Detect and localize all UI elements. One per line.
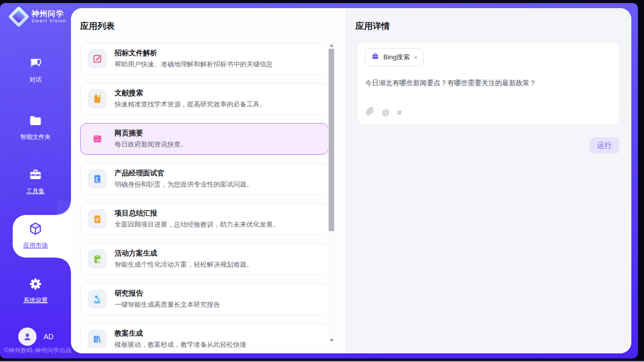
interviewer-icon <box>88 169 107 189</box>
person-icon <box>22 331 33 342</box>
app-list-title: 应用列表 <box>80 20 115 32</box>
brand-logo-icon <box>10 8 27 25</box>
app-card-bid-parse[interactable]: 招标文件解析 帮助用户快速、准确地理解和解析招标书中的关键信息 <box>80 43 329 75</box>
app-description: 全面回顾项目进展，总结经验教训，助力未来优化发展。 <box>115 220 279 229</box>
brand-logo: 神州问学 Smart Vision <box>10 8 66 25</box>
toolbox-icon <box>28 168 43 184</box>
app-card-web-summary[interactable]: </> 网页摘要 每日政府新闻资讯快查。 <box>80 123 329 155</box>
chat-icon <box>28 56 43 73</box>
app-card-list: 招标文件解析 帮助用户快速、准确地理解和解析招标书中的关键信息 文献搜索 快速精… <box>80 43 329 348</box>
app-title: 网页摘要 <box>115 129 187 138</box>
project-summary-icon <box>88 209 107 229</box>
query-text[interactable]: 今日湖北有哪些新闻要点？有哪些需要关注的最新政策？ <box>365 79 612 88</box>
web-summary-icon: </> <box>88 129 107 149</box>
folder-icon <box>28 114 43 130</box>
active-nav-curve-bottom <box>57 258 71 272</box>
app-description: 智能生成个性化活动方案，轻松解决规划难题。 <box>115 260 253 269</box>
sidebar-item-label: 对话 <box>29 76 42 84</box>
sidebar-item-smart-folder[interactable]: 智能文件夹 <box>0 114 71 141</box>
app-card-activity-plan[interactable]: 活动方案生成 智能生成个性化活动方案，轻松解决规划难题。 <box>80 243 329 275</box>
app-window: 神州问学 Smart Vision 对话 智能文件夹 <box>0 3 638 358</box>
scroll-down-icon[interactable] <box>330 339 334 342</box>
gear-icon <box>28 277 43 293</box>
attachment-icon[interactable] <box>366 107 374 118</box>
sidebar-item-chat[interactable]: 对话 <box>0 56 71 84</box>
avatar <box>18 328 37 346</box>
tool-tag-label: Bing搜索 <box>383 53 410 62</box>
app-card-literature-search[interactable]: 文献搜索 快速精准查找学术资源，提高研究效率的必备工具。 <box>80 83 329 115</box>
sidebar-item-label: 工具集 <box>26 187 45 196</box>
app-description: 一键智能生成高质量长文本研究报告 <box>115 300 220 309</box>
hashtag-icon[interactable]: # <box>397 108 401 117</box>
list-scrollbar[interactable] <box>328 42 335 344</box>
app-title: 文献搜索 <box>115 89 266 98</box>
brand-subtitle: Smart Vision <box>31 19 66 23</box>
sidebar-item-label: 智能文件夹 <box>20 133 51 141</box>
sidebar-item-label: 系统设置 <box>23 296 48 305</box>
input-toolbar: @ # <box>366 107 402 118</box>
literature-search-icon <box>88 89 107 108</box>
copyright-text: ©神州数码·神州问学出品 <box>4 346 71 355</box>
app-description: 明确身份和职责，为您提供专业性的面试问题。 <box>115 180 253 189</box>
activity-plan-icon <box>88 249 107 269</box>
sidebar-item-toolset[interactable]: 工具集 <box>0 168 71 196</box>
app-title: 招标文件解析 <box>115 49 273 58</box>
run-button[interactable]: 运行 <box>590 137 619 154</box>
app-detail-title: 应用详情 <box>355 20 390 32</box>
app-description: 模板驱动，教案秒成，教学准备从此轻松快捷 <box>115 340 246 348</box>
app-card-lesson-plan[interactable]: 教案生成 模板驱动，教案秒成，教学准备从此轻松快捷 <box>80 323 329 348</box>
scrollbar-thumb[interactable] <box>329 49 334 231</box>
brand-name: 神州问学 <box>31 10 66 18</box>
svg-text:</>: </> <box>95 138 100 141</box>
tool-tag-bing-search[interactable]: Bing搜索 × <box>365 48 424 66</box>
mention-icon[interactable]: @ <box>382 108 389 117</box>
app-list-panel: 应用列表 招标文件解析 帮助用户快速、准确地理解和解析招标书中的关键信息 <box>71 8 346 353</box>
app-title: 活动方案生成 <box>115 249 253 258</box>
bid-document-icon <box>88 49 107 68</box>
research-report-icon <box>88 289 107 309</box>
app-description: 每日政府新闻资讯快查。 <box>115 140 187 149</box>
app-card-project-summary[interactable]: 项目总结汇报 全面回顾项目进展，总结经验教训，助力未来优化发展。 <box>80 203 329 235</box>
app-title: 产品经理面试官 <box>115 169 253 178</box>
app-description: 帮助用户快速、准确地理解和解析招标书中的关键信息 <box>115 60 273 69</box>
user-account[interactable]: AD <box>18 328 53 346</box>
active-nav-curve-top <box>57 201 71 215</box>
app-title: 教案生成 <box>115 329 246 338</box>
app-description: 快速精准查找学术资源，提高研究效率的必备工具。 <box>115 100 266 109</box>
prompt-input-card[interactable]: Bing搜索 × 今日湖北有哪些新闻要点？有哪些需要关注的最新政策？ @ # <box>356 42 620 125</box>
app-detail-panel: 应用详情 Bing搜索 × 今日湖北有哪些新闻要点？有哪些需要关注的最新政策？ <box>346 8 631 353</box>
app-card-pm-interviewer[interactable]: 产品经理面试官 明确身份和职责，为您提供专业性的面试问题。 <box>80 163 329 195</box>
lesson-plan-icon <box>88 330 107 348</box>
scroll-up-icon[interactable] <box>330 44 334 47</box>
app-title: 项目总结汇报 <box>115 209 279 218</box>
briefcase-icon <box>371 52 379 62</box>
app-card-research-report[interactable]: 研究报告 一键智能生成高质量长文本研究报告 <box>80 283 329 315</box>
sidebar: 神州问学 Smart Vision 对话 智能文件夹 <box>0 3 71 358</box>
app-title: 研究报告 <box>115 289 220 298</box>
cube-icon <box>28 221 43 238</box>
sidebar-item-label: 应用市场 <box>23 241 48 250</box>
sidebar-item-app-market[interactable]: 应用市场 <box>0 221 71 250</box>
user-initials: AD <box>44 333 53 341</box>
close-icon[interactable]: × <box>414 54 418 61</box>
content-area: 应用列表 招标文件解析 帮助用户快速、准确地理解和解析招标书中的关键信息 <box>71 8 631 353</box>
sidebar-item-settings[interactable]: 系统设置 <box>0 277 71 305</box>
